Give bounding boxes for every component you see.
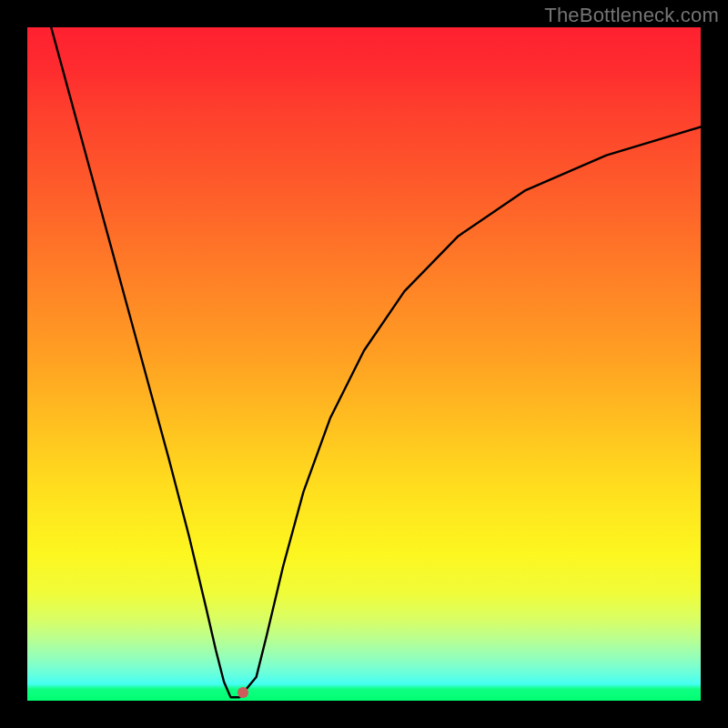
minimum-marker-dot — [238, 687, 248, 698]
plot-area — [27, 27, 701, 701]
curve-path — [47, 27, 701, 697]
chart-stage: TheBottleneck.com — [0, 0, 728, 728]
bottleneck-curve — [27, 27, 701, 701]
watermark-text: TheBottleneck.com — [544, 4, 719, 27]
